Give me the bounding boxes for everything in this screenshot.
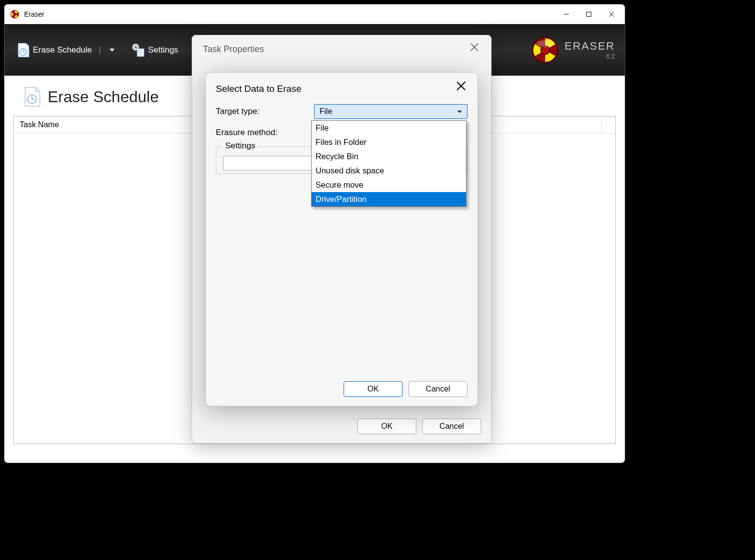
task-properties-title: Task Properties	[192, 35, 491, 63]
select-data-cancel-button[interactable]: Cancel	[408, 381, 467, 397]
brand-version: 6.2	[565, 53, 615, 60]
task-properties-close-button[interactable]	[469, 42, 482, 55]
select-data-close-button[interactable]	[456, 81, 468, 93]
select-data-title: Select Data to Erase	[216, 84, 467, 94]
erase-schedule-dropdown-caret[interactable]	[110, 49, 115, 52]
close-button[interactable]	[600, 6, 623, 22]
settings-menu[interactable]: Settings	[131, 43, 178, 57]
svg-point-10	[135, 46, 137, 48]
dropdown-option-recycle-bin[interactable]: Recycle Bin	[312, 149, 466, 164]
svg-point-17	[536, 40, 554, 47]
maximize-button[interactable]	[578, 6, 600, 22]
task-properties-ok-button[interactable]: OK	[357, 419, 416, 434]
settings-icon	[131, 43, 145, 57]
toolbar-divider: |	[97, 46, 103, 55]
dropdown-option-file[interactable]: File	[312, 121, 466, 135]
titlebar: Eraser	[4, 4, 625, 24]
brand-logo-icon	[531, 36, 559, 64]
page-header-icon	[23, 86, 41, 107]
dropdown-option-secure-move[interactable]: Secure move	[312, 178, 466, 192]
svg-rect-3	[587, 12, 591, 17]
target-type-value: File	[319, 107, 332, 116]
window-title: Eraser	[24, 10, 555, 18]
brand-name: ERASER	[565, 40, 615, 53]
dropdown-option-unused-disk-space[interactable]: Unused disk space	[312, 164, 466, 178]
erase-schedule-menu[interactable]: Erase Schedule	[16, 42, 92, 58]
settings-label: Settings	[148, 45, 178, 55]
brand: ERASER 6.2	[531, 36, 615, 64]
page-title: Erase Schedule	[48, 88, 159, 106]
erasure-method-label: Erasure method:	[216, 128, 314, 138]
task-properties-cancel-button[interactable]: Cancel	[422, 419, 481, 434]
schedule-icon	[16, 42, 30, 58]
target-type-combo[interactable]: File	[314, 104, 467, 119]
erase-schedule-label: Erase Schedule	[33, 45, 92, 55]
col-scroll-gutter	[602, 116, 615, 133]
app-icon	[10, 10, 19, 19]
target-type-dropdown: File Files in Folder Recycle Bin Unused …	[311, 120, 466, 207]
window-controls	[555, 6, 623, 22]
minimize-button[interactable]	[555, 6, 578, 22]
dropdown-option-drive-partition[interactable]: Drive/Partition	[312, 192, 466, 206]
target-type-label: Target type:	[216, 107, 314, 116]
svg-point-1	[13, 13, 16, 15]
chevron-down-icon	[457, 111, 462, 113]
dropdown-option-files-in-folder[interactable]: Files in Folder	[312, 135, 466, 149]
settings-legend: Settings	[222, 141, 258, 151]
select-data-ok-button[interactable]: OK	[344, 381, 403, 397]
